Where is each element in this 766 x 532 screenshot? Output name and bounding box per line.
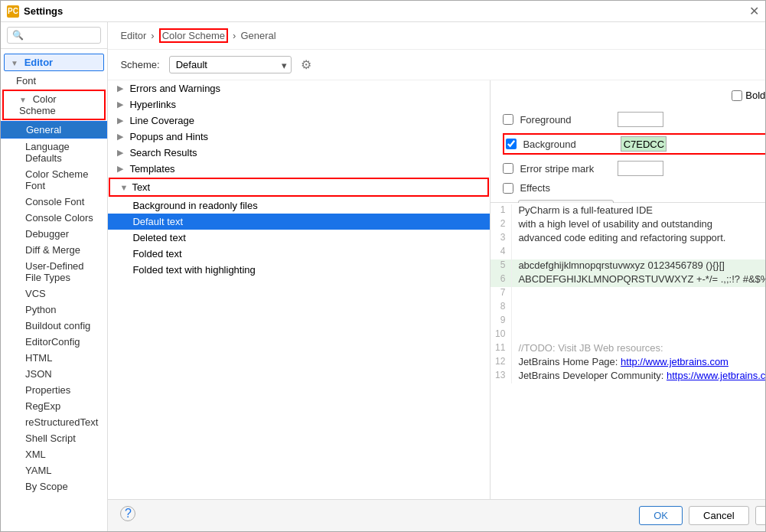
scheme-select[interactable]: Default Classic Light Darcula High Contr…	[169, 56, 292, 73]
center-item-folded-text[interactable]: Folded text	[108, 246, 490, 262]
center-item-popups[interactable]: ▶ Popups and Hints	[108, 129, 490, 145]
errors-label: Errors and Warnings	[129, 83, 220, 94]
sidebar-item-color-scheme-font[interactable]: Color Scheme Font	[1, 166, 107, 194]
line-content-6: ABCDEFGHIJKLMNOPQRSTUVWXYZ +-*/= .,;:!? …	[518, 273, 765, 287]
sidebar-item-diff-merge[interactable]: Diff & Merge	[1, 242, 107, 258]
effects-checkbox[interactable]	[503, 183, 513, 194]
sidebar-item-regexp[interactable]: RegExp	[1, 398, 107, 414]
line-num-5: 5	[491, 259, 512, 273]
sidebar-item-editorconfig[interactable]: EditorConfig	[1, 334, 107, 350]
background-checkbox[interactable]	[506, 139, 517, 149]
sidebar-item-language-defaults[interactable]: Language Defaults	[1, 139, 107, 166]
main-content: ▼ Editor Font ▼ Color Scheme General Lan…	[1, 22, 765, 531]
sidebar-item-json[interactable]: JSON	[1, 366, 107, 382]
code-line-11: 11 //TODO: Visit JB Web resources:	[491, 342, 765, 356]
line-content-11: //TODO: Visit JB Web resources:	[518, 342, 765, 356]
sidebar-item-yaml[interactable]: YAML	[1, 462, 107, 478]
sidebar-item-color-scheme[interactable]: ▼ Color Scheme	[2, 90, 106, 120]
foreground-color-box[interactable]	[618, 112, 663, 127]
sidebar-item-shell-script[interactable]: Shell Script	[1, 430, 107, 446]
title-bar: PC Settings ✕	[1, 1, 765, 22]
error-stripe-color-box[interactable]	[618, 161, 663, 176]
code-line-9: 9	[491, 315, 765, 328]
sidebar-item-xml[interactable]: XML	[1, 446, 107, 462]
sidebar-item-font[interactable]: Font	[1, 73, 107, 89]
center-item-bg-readonly[interactable]: Background in readonly files	[108, 197, 490, 214]
sidebar-item-restructuredtext[interactable]: reStructuredText	[1, 414, 107, 430]
sidebar-item-user-defined[interactable]: User-Defined File Types	[1, 258, 107, 286]
breadcrumb-bar: Editor › Color Scheme › General Reset	[108, 22, 765, 50]
breadcrumb-color-scheme: Color Scheme	[159, 28, 228, 43]
effects-label: Effects	[520, 182, 611, 194]
close-button[interactable]: ✕	[749, 4, 759, 18]
line-num-2: 2	[491, 218, 512, 232]
center-item-templates[interactable]: ▶ Templates	[108, 161, 490, 177]
line-content-9	[518, 315, 765, 328]
error-stripe-label: Error stripe mark	[520, 163, 611, 175]
center-item-search[interactable]: ▶ Search Results	[108, 145, 490, 161]
text-arrow: ▼	[119, 183, 129, 192]
error-stripe-row: Error stripe mark	[503, 161, 765, 176]
sidebar-item-console-colors[interactable]: Console Colors	[1, 210, 107, 226]
line-coverage-arrow: ▶	[117, 116, 126, 126]
bold-checkbox[interactable]	[732, 90, 742, 101]
gear-icon[interactable]: ⚙	[301, 57, 311, 72]
font-label: Font	[16, 75, 36, 86]
sidebar-item-vcs[interactable]: VCS	[1, 286, 107, 302]
by-scope-label: By Scope	[25, 481, 68, 492]
popups-label: Popups and Hints	[129, 131, 208, 142]
xml-label: XML	[25, 449, 46, 460]
deleted-text-label: Deleted text	[132, 232, 185, 243]
center-item-line-coverage[interactable]: ▶ Line Coverage	[108, 113, 490, 129]
line-content-3: advanced code editing and refactoring su…	[518, 232, 765, 246]
default-text-label: Default text	[132, 216, 183, 227]
foreground-checkbox[interactable]	[503, 114, 513, 125]
restructuredtext-label: reStructuredText	[25, 416, 98, 428]
code-line-7: 7	[491, 287, 765, 301]
regexp-label: RegExp	[25, 400, 60, 412]
sidebar-item-by-scope[interactable]: By Scope	[1, 478, 107, 494]
apply-button[interactable]: Apply	[755, 506, 765, 525]
center-item-folded-highlighting[interactable]: Folded text with highlighting	[108, 262, 490, 278]
background-color-box[interactable]: C7EDCC	[621, 136, 667, 152]
templates-arrow: ▶	[117, 164, 126, 174]
sidebar-item-buildout[interactable]: Buildout config	[1, 318, 107, 334]
center-item-default-text[interactable]: Default text	[108, 214, 490, 230]
errors-arrow: ▶	[117, 83, 126, 93]
scheme-select-wrapper: Default Classic Light Darcula High Contr…	[169, 56, 292, 73]
line-num-12: 12	[491, 356, 512, 370]
search-box	[1, 22, 107, 49]
help-icon[interactable]: ?	[120, 506, 135, 521]
sidebar-item-html[interactable]: HTML	[1, 350, 107, 366]
cancel-button[interactable]: Cancel	[689, 506, 748, 525]
editor-label: Editor	[24, 57, 54, 68]
line-num-1: 1	[491, 204, 512, 218]
sidebar-item-editor[interactable]: ▼ Editor	[4, 54, 104, 71]
editorconfig-label: EditorConfig	[25, 336, 80, 348]
properties-panel: Bold Italic Foreground	[491, 80, 765, 203]
color-scheme-expand-icon: ▼	[19, 96, 27, 104]
center-item-hyperlinks[interactable]: ▶ Hyperlinks	[108, 96, 490, 113]
bold-italic-row: Bold Italic	[503, 90, 765, 101]
center-item-deleted-text[interactable]: Deleted text	[108, 230, 490, 246]
line-content-10	[518, 328, 765, 342]
bottom-bar: ? OK Cancel Apply	[108, 499, 765, 531]
sidebar-item-general[interactable]: General	[1, 121, 107, 139]
diff-merge-label: Diff & Merge	[25, 244, 80, 256]
breadcrumb-sep2: ›	[233, 30, 236, 41]
sidebar-item-console-font[interactable]: Console Font	[1, 194, 107, 210]
line-num-9: 9	[491, 315, 512, 328]
error-stripe-checkbox[interactable]	[503, 163, 513, 174]
center-item-errors[interactable]: ▶ Errors and Warnings	[108, 80, 490, 96]
code-line-12: 12 JetBrains Home Page: http://www.jetbr…	[491, 356, 765, 370]
center-item-text[interactable]: ▼ Text	[109, 178, 489, 197]
line-num-3: 3	[491, 232, 512, 246]
bold-label: Bold	[745, 90, 765, 101]
ok-button[interactable]: OK	[639, 506, 683, 525]
sidebar-item-python[interactable]: Python	[1, 302, 107, 318]
sidebar-item-debugger[interactable]: Debugger	[1, 226, 107, 242]
editor-expand-icon: ▼	[11, 59, 18, 67]
line-content-12: JetBrains Home Page: http://www.jetbrain…	[518, 356, 765, 370]
sidebar-item-properties[interactable]: Properties	[1, 382, 107, 398]
search-input[interactable]	[7, 27, 101, 44]
